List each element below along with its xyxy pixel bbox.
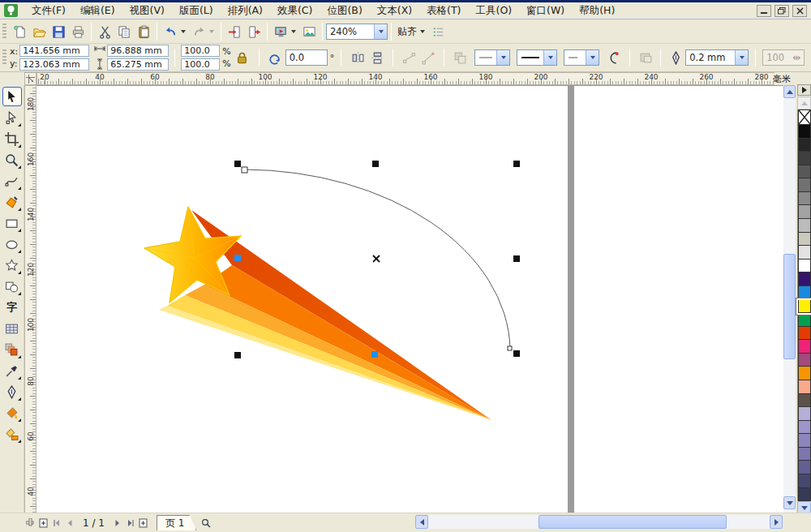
tool-freehand[interactable] (2, 171, 22, 191)
palette-swatch-dark-navy[interactable] (798, 488, 811, 502)
restore-button[interactable] (775, 5, 789, 17)
palette-swatch-yellow[interactable] (798, 300, 811, 314)
copy-button[interactable] (114, 23, 134, 41)
tool-table[interactable] (2, 319, 22, 338)
handle-bottom-right[interactable] (513, 350, 520, 357)
object-width-field[interactable]: 96.888 mm (107, 45, 169, 57)
last-page-button[interactable] (124, 517, 137, 530)
object-height-field[interactable]: 65.275 mm (107, 58, 169, 71)
tool-ellipse[interactable] (2, 234, 22, 254)
start-arrowhead-combo[interactable] (474, 49, 510, 66)
welcome-screen-button[interactable] (299, 23, 319, 41)
palette-swatch-dark-brown[interactable] (798, 394, 811, 408)
curve-end-node[interactable] (508, 346, 512, 350)
snap-to-button[interactable]: 贴齐 (395, 25, 419, 39)
convert-to-curves-button[interactable] (418, 49, 438, 66)
tool-blend[interactable] (2, 340, 22, 359)
add-page-right-button[interactable] (137, 517, 150, 530)
palette-swatch-70-black[interactable] (798, 165, 811, 179)
curve-start-node[interactable] (242, 167, 247, 173)
application-launcher-button[interactable] (271, 23, 290, 41)
menu-edit[interactable]: 编辑(E) (73, 2, 122, 18)
outline-style-combo[interactable] (517, 49, 557, 66)
cut-button[interactable] (95, 23, 114, 41)
scroll-left-button[interactable] (415, 515, 428, 529)
tool-fill[interactable] (2, 403, 22, 423)
options-button[interactable] (428, 23, 448, 41)
zoom-level-combo[interactable]: 240% (326, 24, 388, 40)
menu-view[interactable]: 视图(V) (122, 2, 172, 18)
scale-x-field[interactable]: 100.0 (181, 45, 220, 57)
palette-swatch-navy[interactable] (798, 474, 811, 488)
palette-swatch-light-slate[interactable] (798, 434, 811, 448)
palette-swatch-60-black[interactable] (798, 178, 811, 192)
menu-file[interactable]: 文件(F) (24, 2, 73, 18)
tool-crop[interactable] (2, 129, 22, 148)
handle-middle-right[interactable] (513, 255, 520, 262)
mirror-horizontal-button[interactable] (348, 49, 367, 66)
tool-zoom[interactable] (2, 150, 22, 169)
palette-swatch-lavender[interactable] (798, 421, 811, 435)
redo-dropdown-arrow[interactable] (209, 30, 214, 33)
handle-top-center[interactable] (372, 161, 379, 167)
new-document-button[interactable] (10, 23, 29, 41)
palette-swatch-white[interactable] (798, 260, 811, 273)
palette-swatch-magenta[interactable] (798, 340, 811, 354)
palette-swatch-50-black[interactable] (798, 192, 811, 206)
menu-window[interactable]: 窗口(W) (519, 2, 572, 18)
palette-swatch-40-black[interactable] (798, 205, 811, 219)
end-arrowhead-combo[interactable] (564, 49, 599, 66)
tool-basic-shapes[interactable] (2, 277, 22, 296)
first-page-button[interactable] (50, 517, 63, 530)
palette-swatch-orange[interactable] (798, 367, 811, 380)
toolbar-grip[interactable] (2, 24, 6, 40)
palette-scroll-up-button[interactable] (797, 97, 811, 109)
scale-y-field[interactable]: 100.0 (181, 58, 220, 71)
palette-swatch-violet[interactable] (798, 272, 811, 286)
previous-page-button[interactable] (63, 517, 76, 530)
export-button[interactable] (244, 23, 264, 41)
tool-text[interactable]: 字 (2, 298, 22, 317)
propbar-grip[interactable] (2, 49, 6, 66)
menu-effects[interactable]: 效果(C) (270, 2, 320, 18)
palette-swatch-10-black[interactable] (798, 246, 811, 260)
end-arrowhead-arrow[interactable] (586, 50, 599, 65)
paste-button[interactable] (134, 23, 153, 41)
tool-pick[interactable] (2, 87, 22, 106)
close-curve-button[interactable] (604, 49, 624, 66)
horizontal-scrollbar[interactable] (415, 515, 783, 529)
tool-polygon[interactable] (2, 255, 22, 275)
menu-help[interactable]: 帮助(H) (572, 2, 622, 18)
import-button[interactable] (225, 23, 244, 41)
redo-button[interactable] (189, 23, 208, 41)
handle-bottom-left[interactable] (234, 352, 241, 358)
horizontal-scroll-thumb[interactable] (539, 515, 727, 529)
y-position-field[interactable]: 123.063 mm (19, 58, 89, 71)
menu-arrange[interactable]: 排列(A) (221, 2, 270, 18)
menu-text[interactable]: 文本(X) (370, 2, 419, 18)
menu-bitmaps[interactable]: 位图(B) (320, 2, 369, 18)
tool-interactive-fill[interactable] (2, 424, 22, 444)
menu-table[interactable]: 表格(T) (419, 2, 468, 18)
palette-swatch-30-black[interactable] (798, 219, 811, 233)
tool-eyedropper[interactable] (2, 361, 22, 380)
vertical-scroll-thumb[interactable] (783, 254, 796, 359)
close-icon[interactable] (792, 5, 807, 17)
mirror-vertical-button[interactable] (367, 49, 387, 66)
menu-layout[interactable]: 版面(L) (172, 2, 221, 18)
palette-swatch-dark-slate[interactable] (798, 461, 811, 474)
edit-nodes-button[interactable] (399, 49, 418, 66)
minimize-button[interactable] (757, 5, 771, 17)
scroll-right-button[interactable] (770, 515, 783, 529)
ruler-cross-icon[interactable] (24, 517, 37, 530)
palette-swatch-green[interactable] (798, 313, 811, 327)
zoom-navigator-button[interactable] (200, 517, 212, 530)
palette-swatch-90-black[interactable] (798, 139, 811, 152)
print-button[interactable] (68, 23, 88, 41)
palette-swatch-no-color[interactable] (798, 109, 811, 125)
palette-swatch-20-black[interactable] (798, 233, 811, 247)
undo-dropdown-arrow[interactable] (181, 30, 186, 33)
node-marker-bottom[interactable] (371, 351, 378, 358)
start-arrowhead-arrow[interactable] (496, 50, 509, 65)
save-button[interactable] (49, 23, 68, 41)
